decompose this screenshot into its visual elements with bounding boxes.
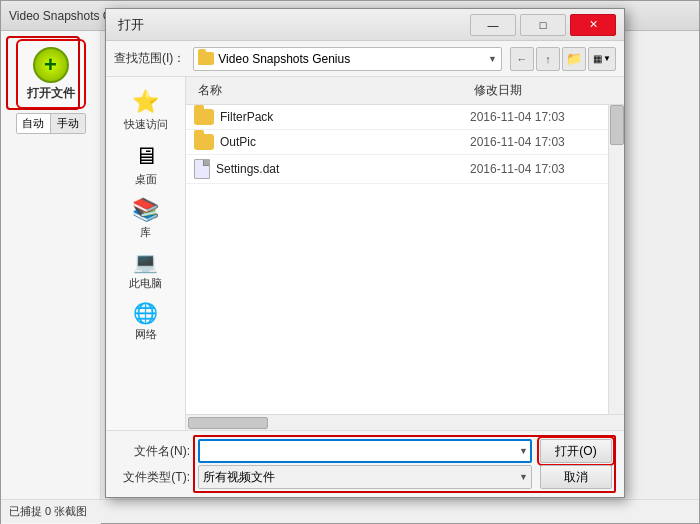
filetype-select[interactable]: 所有视频文件 [198,465,532,489]
dialog-controls: — □ ✕ [470,14,616,36]
network-item[interactable]: 🌐 网络 [110,297,181,346]
tab-auto[interactable]: 自动 [17,114,52,133]
mode-tabs: 自动 手动 [16,113,86,134]
filetype-row: 文件类型(T): 所有视频文件 ▼ 取消 [118,465,612,489]
computer-label: 此电脑 [129,276,162,291]
open-file-label: 打开文件 [27,85,75,102]
library-item[interactable]: 📚 库 [110,193,181,244]
open-button-label: 打开(O) [555,443,596,460]
folder-icon [194,109,214,125]
file-list-with-scroll: FilterPack 2016-11-04 17:03 OutPic 2016-… [186,105,624,414]
view-icon: ▦ [593,53,602,64]
maximize-icon: □ [540,19,547,31]
open-file-dialog: 打开 — □ ✕ 查找范围(I)： Video Snapshots Genius… [105,8,625,498]
h-scrollbar-thumb[interactable] [188,417,268,429]
back-button[interactable]: ← [510,47,534,71]
status-text: 已捕捉 0 张截图 [9,504,87,519]
network-icon: 🌐 [133,301,158,325]
file-date: 2016-11-04 17:03 [470,135,600,149]
filetype-value: 所有视频文件 [203,469,275,486]
file-name: OutPic [220,135,464,149]
cancel-button-label: 取消 [564,469,588,486]
desktop-item[interactable]: 🖥 桌面 [110,138,181,191]
quick-access-item[interactable]: ⭐ 快速访问 [110,85,181,136]
open-file-button[interactable]: + 打开文件 [16,39,86,109]
table-row[interactable]: Settings.dat 2016-11-04 17:03 [186,155,608,184]
view-dropdown-arrow: ▼ [603,54,611,63]
folder-icon [194,134,214,150]
filename-input[interactable] [198,439,532,463]
scrollbar-thumb[interactable] [610,105,624,145]
up-icon: ↑ [545,53,551,65]
location-dropdown[interactable]: Video Snapshots Genius ▼ [193,47,502,71]
new-folder-button[interactable]: 📁 [562,47,586,71]
filetype-label: 文件类型(T): [118,469,190,486]
tab-manual[interactable]: 手动 [51,114,85,133]
star-icon: ⭐ [132,89,159,115]
dialog-title: 打开 [118,16,144,34]
nav-buttons: ← ↑ 📁 ▦ ▼ [510,47,616,71]
document-icon [194,159,210,179]
location-dropdown-arrow: ▼ [488,54,497,64]
desktop-icon: 🖥 [134,142,158,170]
up-button[interactable]: ↑ [536,47,560,71]
plus-symbol: + [44,52,57,78]
horizontal-scrollbar[interactable] [186,414,624,430]
library-label: 库 [140,225,151,240]
col-date-header: 修改日期 [470,79,600,102]
filename-label: 文件名(N): [118,443,190,460]
close-button[interactable]: ✕ [570,14,616,36]
computer-item[interactable]: 💻 此电脑 [110,246,181,295]
quick-access-panel: ⭐ 快速访问 🖥 桌面 📚 库 💻 此电脑 🌐 网络 [106,77,186,430]
close-icon: ✕ [589,18,598,31]
file-name: Settings.dat [216,162,464,176]
maximize-button[interactable]: □ [520,14,566,36]
status-bar: 已捕捉 0 张截图 [1,499,699,523]
table-row[interactable]: FilterPack 2016-11-04 17:03 [186,105,608,130]
file-list: FilterPack 2016-11-04 17:03 OutPic 2016-… [186,105,608,414]
desktop-label: 桌面 [135,172,157,187]
minimize-button[interactable]: — [470,14,516,36]
col-scroll-spacer [600,79,616,102]
filetype-select-wrapper: 所有视频文件 ▼ [198,465,532,489]
dialog-body: ⭐ 快速访问 🖥 桌面 📚 库 💻 此电脑 🌐 网络 名称 [106,77,624,430]
vertical-scrollbar[interactable] [608,105,624,414]
col-name-header: 名称 [194,79,470,102]
library-icon: 📚 [132,197,159,223]
cancel-button[interactable]: 取消 [540,465,612,489]
filename-row: 文件名(N): ▼ 打开(O) [118,439,612,463]
open-button[interactable]: 打开(O) [540,439,612,463]
computer-icon: 💻 [133,250,158,274]
file-list-area: 名称 修改日期 FilterPack 2016-11-04 17:03 OutP… [186,77,624,430]
quick-access-label: 快速访问 [124,117,168,132]
filename-input-wrapper: ▼ [198,439,532,463]
view-button[interactable]: ▦ ▼ [588,47,616,71]
dialog-footer: 文件名(N): ▼ 打开(O) 文件类型(T): 所有视频文件 ▼ [106,430,624,497]
file-list-header: 名称 修改日期 [186,77,624,105]
network-label: 网络 [135,327,157,342]
new-folder-icon: 📁 [566,51,582,66]
table-row[interactable]: OutPic 2016-11-04 17:03 [186,130,608,155]
folder-location-icon [198,52,214,65]
dialog-titlebar: 打开 — □ ✕ [106,9,624,41]
file-date: 2016-11-04 17:03 [470,110,600,124]
location-text: Video Snapshots Genius [218,52,484,66]
location-label: 查找范围(I)： [114,50,185,67]
minimize-icon: — [488,19,499,31]
file-name: FilterPack [220,110,464,124]
plus-circle-icon: + [33,47,69,83]
bg-left-panel: + 打开文件 自动 手动 [1,31,101,524]
back-icon: ← [517,53,528,65]
dialog-toolbar: 查找范围(I)： Video Snapshots Genius ▼ ← ↑ 📁 … [106,41,624,77]
file-date: 2016-11-04 17:03 [470,162,600,176]
footer-rows-wrapper: 文件名(N): ▼ 打开(O) 文件类型(T): 所有视频文件 ▼ [118,439,612,489]
